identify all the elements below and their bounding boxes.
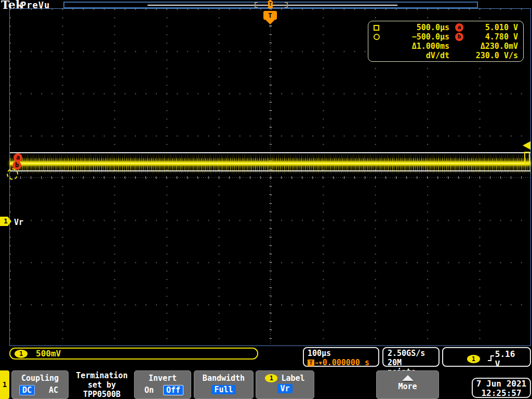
acquisition-readout[interactable]: 2.50GS/s 20M points [382, 347, 440, 367]
coupling-ac-option[interactable]: AC [46, 385, 61, 395]
cursor-a-line[interactable] [10, 152, 530, 153]
ch1-scale-value: 500mV [36, 349, 61, 358]
invert-button[interactable]: Invert On Off [134, 370, 191, 399]
horizontal-scale: 100µs [308, 349, 375, 358]
window-bracket-left[interactable] [255, 2, 256, 8]
termination-line1: Termination [70, 371, 134, 380]
trigger-position-marker[interactable]: T [263, 11, 277, 20]
date-value: 7 Jun 2021 [473, 379, 530, 389]
cursor-b-label-badge: b [455, 33, 463, 41]
horizontal-readout[interactable]: 100µs T → ▼ 0.000000 s [303, 347, 379, 367]
cursor-b-value: 4.780 V [469, 32, 518, 42]
termination-line2: set by [70, 380, 134, 390]
trigger-arrow-icon: → [315, 360, 318, 366]
coupling-title: Coupling [12, 374, 68, 383]
cursor-a-square-icon [374, 25, 386, 31]
bandwidth-button[interactable]: Bandwidth Full [194, 370, 254, 399]
invert-off-option[interactable]: Off [163, 385, 183, 395]
ch1-trace-label: Vr [14, 218, 23, 227]
more-up-arrow-icon [402, 375, 414, 381]
cursor-delta-value: Δ230.0mV [469, 42, 518, 51]
cursor-delta-time: Δ1.000ms [386, 42, 449, 51]
sample-rate: 2.50GS/s [388, 349, 434, 358]
ch1-waveform-trace[interactable] [10, 161, 530, 166]
cursor-b-circle-icon [374, 34, 386, 40]
trigger-source-badge: 1 [467, 355, 480, 363]
cursor-a-label-badge: a [455, 23, 463, 32]
dvdt-value: 230.0 V/s [469, 51, 518, 60]
coupling-dc-option[interactable]: DC [19, 385, 35, 395]
cursor-b-row: −500.0µs b 4.780 V [374, 32, 518, 42]
more-title: More [377, 382, 438, 391]
right-edge-square-icon [524, 152, 530, 164]
oscilloscope-screen: Tek PreVu T T a b 1 Vr 500.0µs a 5.010 V [0, 0, 532, 399]
cursor-b-handle-icon[interactable] [7, 168, 18, 180]
termination-line3: TPP0500B [70, 390, 134, 399]
label-button[interactable]: 1 Label Vr [256, 370, 314, 399]
datetime-box: 7 Jun 2021 12:25:57 [472, 378, 531, 398]
trigger-readout[interactable]: 1 5.16 V [442, 347, 531, 367]
label-value[interactable]: Vr [277, 384, 292, 393]
invert-title: Invert [135, 374, 191, 383]
cursor-delta-row: Δ1.000ms Δ230.0mV [374, 42, 518, 51]
time-value: 12:25:57 [473, 389, 530, 398]
trigger-position-value: 0.000000 s [323, 358, 369, 367]
menu-channel-tab: 1 [0, 370, 9, 399]
coupling-button[interactable]: Coupling DC AC [11, 370, 69, 399]
cursor-b-time: −500.0µs [386, 32, 449, 42]
bandwidth-value[interactable]: Full [211, 385, 235, 394]
trigger-position-readout: T → ▼ 0.000000 s [308, 358, 375, 367]
trigger-position-arrow-icon [265, 20, 275, 24]
graticule-horizontal-ticks [10, 176, 530, 179]
invert-on-option[interactable]: On [142, 385, 156, 395]
dvdt-label: dV/dt [386, 51, 449, 60]
record-trigger-marker-icon[interactable]: T [268, 2, 273, 7]
cursor-dvdt-row: dV/dt 230.0 V/s [374, 51, 518, 60]
more-button[interactable]: More [376, 370, 439, 399]
ch1-badge: 1 [15, 350, 28, 358]
ch1-scale-readout[interactable]: 1 500mV [9, 348, 258, 360]
trigger-caret-icon: ▼ [319, 360, 322, 366]
rising-edge-icon [487, 354, 495, 364]
cursor-a-time: 500.0µs [386, 23, 449, 32]
label-channel-badge: 1 [265, 374, 277, 382]
right-edge-arrow-icon [523, 141, 530, 150]
cursor-readout-panel: 500.0µs a 5.010 V −500.0µs b 4.780 V Δ1.… [368, 21, 524, 62]
trigger-level-value: 5.16 V [495, 349, 525, 369]
trigger-t-chip-icon: T [308, 360, 314, 366]
window-bracket-right[interactable] [287, 2, 288, 8]
label-title: Label [281, 374, 304, 383]
bandwidth-title: Bandwidth [194, 374, 253, 383]
termination-message: Termination set by TPP0500B [70, 370, 134, 399]
cursor-a-value: 5.010 V [469, 23, 518, 32]
cursor-a-row: 500.0µs a 5.010 V [374, 23, 518, 32]
